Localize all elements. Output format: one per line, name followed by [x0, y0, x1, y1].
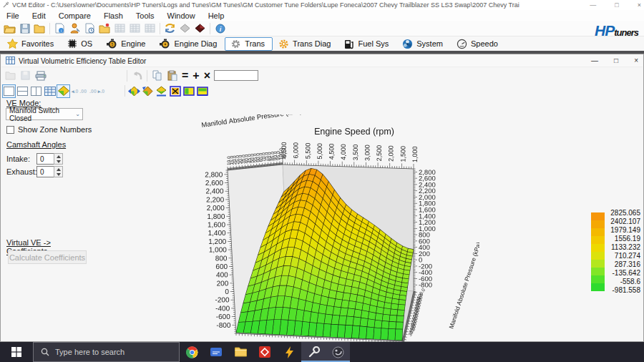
open-icon[interactable] — [2, 21, 17, 35]
operand-input[interactable] — [214, 70, 258, 81]
rotate-3d-right-button[interactable] — [141, 84, 155, 98]
info-circle-icon[interactable]: i — [213, 21, 228, 35]
key-user-icon[interactable] — [67, 21, 82, 35]
ve-mode-select[interactable]: Manifold Switch Closed ⌄ — [6, 108, 83, 120]
taskbar-blue-app-icon[interactable] — [204, 342, 228, 362]
taskbar-vcm-editor-icon[interactable] — [301, 342, 326, 362]
legend-value: -135.642 — [605, 270, 640, 277]
folder-open-icon[interactable] — [32, 21, 47, 35]
undo-icon[interactable] — [130, 69, 145, 82]
decimal-increase-button[interactable]: ◂.0 .00 — [72, 89, 87, 94]
table-window-icon — [6, 57, 15, 66]
tab-engine-diag[interactable]: Engine Diag — [153, 37, 225, 51]
close-button[interactable]: × — [638, 1, 641, 9]
legend-color-bar — [591, 212, 605, 291]
plus-operator-button[interactable]: + — [190, 70, 201, 82]
print-icon[interactable] — [33, 69, 48, 82]
tab-system[interactable]: System — [396, 37, 451, 51]
intake-row: Intake: 0 — [6, 153, 63, 165]
calculate-coefficients-button[interactable]: Calculate Coefficients — [8, 250, 87, 264]
menu-tools[interactable]: Tools — [130, 10, 161, 21]
engine-gauge-icon: 5 — [106, 39, 117, 49]
menu-file[interactable]: File — [0, 10, 26, 21]
tab-trans-diag[interactable]: Trans Diag — [273, 37, 338, 51]
layer-view-button[interactable] — [195, 84, 209, 98]
tab-speedo[interactable]: Speedo — [451, 37, 506, 51]
view-3d-surface-button[interactable] — [57, 84, 70, 98]
copy-icon[interactable] — [150, 69, 165, 82]
view-table-button[interactable] — [43, 84, 57, 98]
exhaust-row: Exhaust: 0 — [6, 166, 63, 177]
intake-stepper[interactable] — [54, 153, 63, 165]
view-split-horizontal-button[interactable] — [16, 84, 29, 98]
decimal-decrease-button[interactable]: .00 ▸.0 — [89, 89, 104, 94]
legend-value: 287.316 — [605, 261, 640, 268]
view-split-vertical-button[interactable] — [29, 84, 43, 98]
tab-os[interactable]: OS — [62, 37, 100, 51]
menu-window[interactable]: Window — [161, 10, 202, 21]
gear-outline-icon — [230, 39, 241, 49]
doc-info-icon[interactable]: i — [52, 21, 67, 35]
taskbar-chrome-icon[interactable] — [180, 342, 204, 362]
tab-favorites[interactable]: Favorites — [1, 37, 62, 51]
taskbar: Type here to search — [0, 342, 644, 362]
tab-engine[interactable]: 5 Engine — [100, 37, 153, 51]
zone-select-button[interactable] — [168, 84, 182, 98]
editor-close-button[interactable]: × — [634, 57, 638, 64]
taskbar-lightning-app-icon[interactable] — [277, 342, 301, 362]
exhaust-stepper[interactable] — [54, 166, 63, 177]
taskbar-file-explorer-icon[interactable] — [228, 342, 253, 362]
editor-save-icon[interactable] — [18, 69, 33, 82]
menu-flash[interactable]: Flash — [97, 10, 130, 21]
legend-band — [591, 236, 605, 244]
table-3-icon[interactable] — [142, 21, 157, 35]
maximize-button[interactable]: □ — [615, 1, 618, 9]
equals-operator-button[interactable]: = — [180, 70, 190, 82]
star-icon — [7, 39, 18, 49]
diamond-red-icon[interactable] — [192, 21, 208, 35]
editor-toolbar-view: ◂.0 .00 .00 ▸.0 — [1, 83, 643, 99]
legend-value: 2402.107 — [605, 218, 640, 225]
intake-field[interactable]: 0 — [36, 153, 54, 165]
windows-logo-icon — [11, 347, 21, 357]
editor-minimize-button[interactable]: — — [591, 57, 598, 64]
table-2-icon[interactable] — [127, 21, 142, 35]
menu-compare[interactable]: Compare — [52, 10, 97, 21]
table-1-icon[interactable] — [112, 21, 127, 35]
legend-band — [591, 220, 605, 228]
minimize-button[interactable]: — — [590, 1, 596, 9]
search-input[interactable]: Type here to search — [33, 342, 180, 362]
menu-help[interactable]: Help — [202, 10, 231, 21]
paste-icon[interactable] — [165, 69, 180, 82]
chevron-down-icon: ⌄ — [75, 111, 82, 117]
main-toolbar: i i — [0, 21, 644, 36]
taskbar-vcm-scanner-icon[interactable] — [253, 342, 277, 362]
tab-trans[interactable]: Trans — [225, 37, 273, 51]
legend-band — [591, 260, 605, 268]
svg-text:i: i — [61, 29, 62, 33]
split-color-view-button[interactable] — [182, 84, 195, 98]
folder-new-icon[interactable] — [97, 21, 112, 35]
compare-sync-icon[interactable] — [162, 21, 177, 35]
legend-value: -981.558 — [605, 287, 640, 294]
view-single-pane-button[interactable] — [2, 84, 16, 98]
multiply-operator-button[interactable]: × — [202, 70, 213, 82]
save-icon[interactable] — [17, 21, 32, 35]
exhaust-field[interactable]: 0 — [36, 166, 54, 177]
editor-open-icon[interactable] — [3, 69, 18, 82]
start-button[interactable] — [0, 342, 33, 362]
legend-value-labels: 2825.0652402.1071979.1491556.191133.2327… — [605, 210, 640, 294]
taskbar-recorder-app-icon[interactable] — [326, 342, 350, 362]
flatten-3d-button[interactable] — [155, 84, 168, 98]
diamond-gray-icon[interactable] — [177, 21, 192, 35]
legend-value: 1556.19 — [605, 235, 640, 243]
ve-surface-chart[interactable] — [179, 114, 479, 343]
tab-fuel-sys[interactable]: Fuel Sys — [338, 37, 396, 51]
menu-edit[interactable]: Edit — [26, 10, 52, 21]
editor-titlebar[interactable]: Virtual Volumetric Efficiency Table Edit… — [1, 55, 643, 67]
doc-clock-icon[interactable] — [82, 21, 97, 35]
editor-maximize-button[interactable]: □ — [614, 57, 618, 64]
rotate-3d-left-button[interactable] — [127, 84, 141, 98]
checkbox-box[interactable] — [6, 126, 14, 134]
show-zone-numbers-checkbox[interactable]: Show Zone Numbers — [6, 125, 92, 134]
